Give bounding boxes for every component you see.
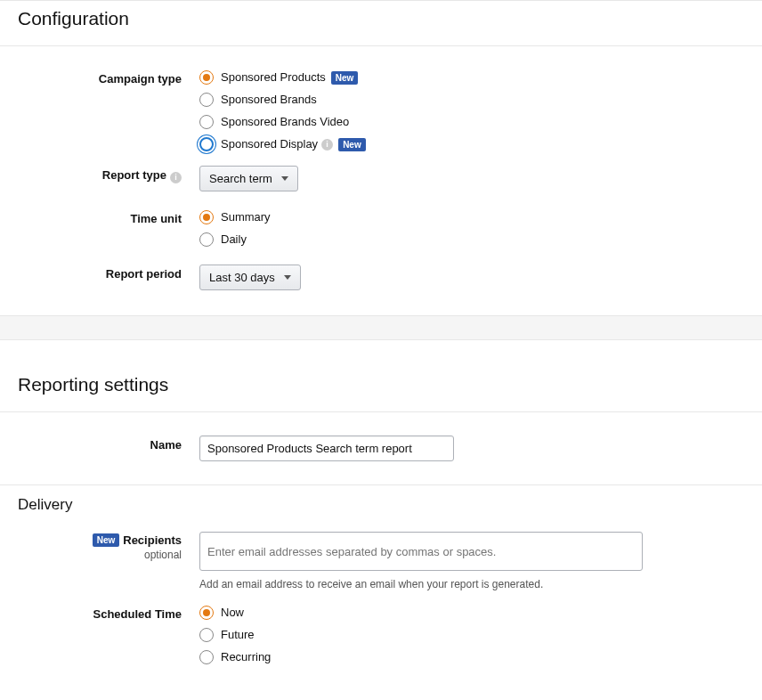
- name-label: Name: [0, 435, 189, 453]
- radio-label: Future: [221, 627, 255, 643]
- radio-icon: [199, 70, 214, 85]
- radio-icon: [199, 232, 214, 247]
- campaign-type-label: Campaign type: [0, 69, 189, 87]
- scheduled-time-now[interactable]: Now: [199, 605, 762, 621]
- radio-icon: [199, 628, 214, 642]
- radio-label: Recurring: [221, 649, 271, 665]
- select-value: Search term: [209, 172, 272, 185]
- radio-label: Now: [221, 605, 244, 621]
- time-unit-label: Time unit: [0, 209, 189, 227]
- radio-icon: [199, 115, 214, 129]
- select-value: Last 30 days: [209, 271, 275, 284]
- reporting-settings-section: Reporting settings Name Delivery NewReci…: [0, 340, 762, 675]
- report-type-label: Report typei: [0, 166, 189, 183]
- report-type-select[interactable]: Search term: [199, 166, 298, 191]
- radio-icon: [199, 606, 214, 620]
- recipients-hint: Add an email address to receive an email…: [199, 578, 762, 590]
- configuration-section: Configuration Campaign type Sponsored Pr…: [0, 1, 762, 315]
- recipients-label: NewRecipients optional: [0, 532, 189, 562]
- report-period-label: Report period: [0, 265, 189, 282]
- radio-label: Sponsored Display: [221, 136, 318, 152]
- campaign-type-sponsored-products[interactable]: Sponsored Products New: [199, 69, 762, 85]
- scheduled-time-future[interactable]: Future: [199, 627, 762, 643]
- campaign-type-sponsored-brands[interactable]: Sponsored Brands: [199, 92, 762, 108]
- radio-icon: [199, 137, 214, 151]
- info-icon[interactable]: i: [321, 139, 333, 151]
- section-gap: [0, 315, 762, 340]
- radio-icon: [199, 650, 214, 664]
- configuration-title: Configuration: [0, 1, 762, 45]
- report-name-input[interactable]: [199, 435, 454, 461]
- radio-label: Sponsored Products: [221, 69, 326, 85]
- radio-icon: [199, 93, 214, 107]
- time-unit-daily[interactable]: Daily: [199, 232, 762, 248]
- radio-label: Sponsored Brands: [221, 92, 317, 108]
- reporting-settings-title: Reporting settings: [0, 367, 762, 411]
- campaign-type-sponsored-display[interactable]: Sponsored Display i New: [199, 136, 762, 152]
- new-badge: New: [338, 138, 366, 151]
- scheduled-time-recurring[interactable]: Recurring: [199, 649, 762, 665]
- radio-label: Summary: [221, 209, 271, 225]
- radio-label: Daily: [221, 232, 247, 248]
- campaign-type-sponsored-brands-video[interactable]: Sponsored Brands Video: [199, 114, 762, 130]
- new-badge: New: [93, 533, 120, 547]
- recipients-input[interactable]: [199, 532, 643, 571]
- scheduled-time-label: Scheduled Time: [0, 605, 189, 623]
- report-period-select[interactable]: Last 30 days: [199, 265, 301, 290]
- new-badge: New: [331, 71, 359, 85]
- radio-icon: [199, 210, 214, 224]
- time-unit-summary[interactable]: Summary: [199, 209, 762, 225]
- info-icon[interactable]: i: [170, 172, 182, 183]
- radio-label: Sponsored Brands Video: [221, 114, 349, 130]
- chevron-down-icon: [281, 176, 288, 181]
- chevron-down-icon: [284, 275, 291, 280]
- delivery-title: Delivery: [0, 485, 762, 528]
- optional-label: optional: [0, 548, 182, 562]
